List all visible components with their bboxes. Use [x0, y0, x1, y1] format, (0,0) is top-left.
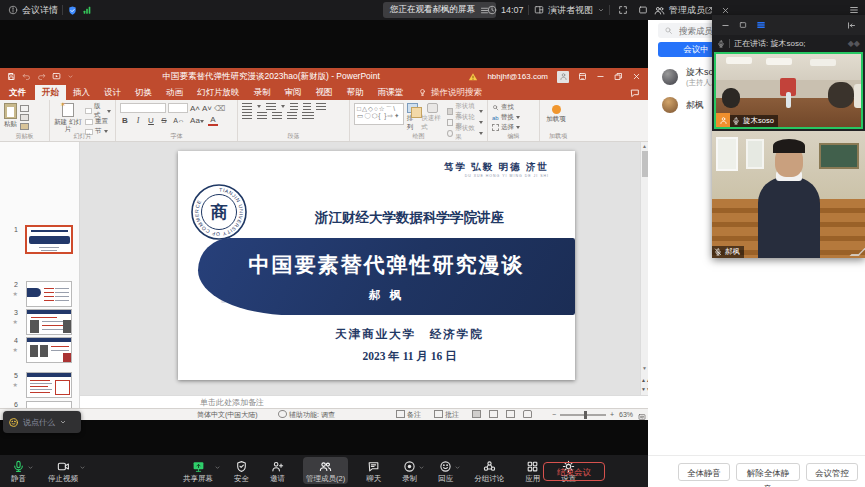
align-right-button[interactable] [272, 112, 282, 119]
stop-video-button[interactable]: 停止视频 [45, 457, 81, 484]
warning-icon[interactable] [469, 73, 477, 80]
reset-button[interactable]: 重置 [85, 117, 111, 126]
change-case-button[interactable]: Aa [189, 116, 205, 125]
comments-toggle[interactable]: 批注 [434, 409, 459, 421]
view-reading-button[interactable] [506, 409, 517, 421]
shrink-font-button[interactable]: A˅ [202, 104, 212, 113]
slide-thumbnail-5[interactable] [26, 372, 72, 398]
slide-thumbnail-2[interactable] [26, 281, 72, 307]
underline-button[interactable]: U [146, 116, 156, 125]
outdent-button[interactable] [290, 103, 298, 110]
notes-toggle[interactable]: 备注 [396, 409, 421, 421]
ribbon-options-icon[interactable] [580, 74, 586, 80]
quick-styles-button[interactable]: 快速样式 [421, 103, 444, 132]
slide-thumbnail-3[interactable] [26, 309, 72, 335]
video-tile-room[interactable]: 旋木soso [714, 52, 863, 129]
fullscreen-icon[interactable] [620, 7, 627, 14]
columns-button[interactable] [302, 112, 314, 119]
bold-button[interactable]: B [120, 116, 130, 125]
account-avatar[interactable] [557, 71, 569, 83]
watching-screen-banner[interactable]: 您正在观看郝枫的屏幕 [383, 2, 496, 18]
record-button[interactable]: 录制 [399, 457, 420, 484]
view-sorter-button[interactable] [489, 409, 500, 421]
undo-icon[interactable] [23, 74, 29, 79]
fit-slide-icon[interactable] [638, 411, 646, 423]
numbering-button[interactable] [266, 103, 276, 110]
font-name-select[interactable] [120, 103, 166, 113]
chevron-up-icon[interactable] [81, 467, 84, 468]
tab-animations[interactable]: 动画 [159, 85, 190, 100]
chevron-up-icon[interactable] [216, 467, 219, 468]
share-screen-button[interactable]: 共享屏幕 [180, 457, 216, 484]
meeting-details[interactable]: 会议详情 [8, 0, 92, 20]
tab-help[interactable]: 帮助 [340, 85, 371, 100]
apps-button[interactable]: 应用 [522, 457, 543, 484]
layout-button[interactable]: 版式 [85, 106, 111, 116]
align-center-button[interactable] [257, 112, 267, 119]
slide-canvas[interactable]: 笃学 弘毅 明德 济世 DU XUE HONG YI MING DE JI SH… [178, 151, 575, 380]
slideshow-icon[interactable] [53, 74, 60, 79]
meeting-control-dropdown[interactable]: 会议管控 ▾ [806, 463, 858, 481]
zoom-in-button[interactable]: + [610, 409, 614, 421]
scroll-up-icon[interactable]: ▲ [641, 143, 648, 149]
tab-record[interactable]: 录制 [247, 85, 278, 100]
tab-insert[interactable]: 插入 [66, 85, 97, 100]
qat-customize-icon[interactable] [69, 76, 72, 77]
align-left-button[interactable] [242, 112, 252, 119]
say-something-placeholder[interactable]: 说点什么 [23, 417, 55, 428]
font-color-button[interactable]: A [208, 115, 218, 126]
tab-slideshow[interactable]: 幻灯片放映 [190, 85, 247, 100]
font-size-select[interactable] [168, 103, 188, 113]
scroll-down-icon[interactable]: ▼ [641, 365, 648, 371]
tab-home[interactable]: 开始 [35, 85, 66, 100]
tab-transitions[interactable]: 切换 [128, 85, 159, 100]
zoom-out-button[interactable]: − [552, 409, 556, 421]
paste-button[interactable]: 粘贴 [4, 103, 17, 132]
security-button[interactable]: 安全 [231, 457, 252, 484]
float-window-icon[interactable] [640, 7, 647, 13]
mute-all-button[interactable]: 全体静音 [678, 463, 730, 481]
language-indicator[interactable]: 简体中文(中国大陆) [197, 409, 258, 421]
ppt-close-icon[interactable] [634, 74, 639, 79]
comments-bubble-icon[interactable] [632, 90, 639, 96]
clear-format-button[interactable]: ⌫ [214, 104, 224, 113]
zoom-slider[interactable] [560, 414, 606, 416]
addins-button[interactable]: 加载项 [544, 103, 568, 132]
select-button[interactable]: 选择 [492, 123, 535, 132]
grow-font-button[interactable]: A˄ [190, 104, 200, 113]
view-slideshow-button[interactable] [523, 409, 534, 421]
find-button[interactable]: 查找 [492, 103, 535, 112]
view-normal-button[interactable] [472, 409, 483, 421]
tab-file[interactable]: 文件 [0, 85, 35, 100]
chevron-up-icon[interactable] [420, 467, 423, 468]
shapes-gallery[interactable]: □△◇○☆⌒\ ▭〇⬡{ }⇨✦ [354, 103, 404, 125]
copy-icon[interactable] [20, 114, 29, 121]
slide-thumbnail-1[interactable] [25, 225, 73, 254]
cut-icon[interactable] [20, 105, 29, 112]
close-members-icon[interactable] [723, 8, 728, 13]
indent-button[interactable] [303, 103, 311, 110]
restore-icon[interactable] [616, 74, 622, 80]
reactions-button[interactable]: 回应 [435, 457, 456, 484]
panel-layout-icon[interactable] [757, 22, 765, 28]
chat-button[interactable]: 聊天 [363, 457, 384, 484]
view-mode-switcher[interactable]: 演讲者视图 [534, 0, 610, 20]
account-email[interactable]: hbhjhf@163.com [487, 72, 548, 81]
panel-collapse-icon[interactable] [849, 22, 855, 27]
arrange-button[interactable]: 排列 [407, 103, 418, 132]
italic-button[interactable]: I [133, 116, 143, 125]
new-slide-button[interactable]: ✶ 新建 幻灯片 [54, 103, 82, 132]
zoom-percent[interactable]: 63% [619, 409, 633, 421]
panel-maximize-icon[interactable] [740, 23, 745, 28]
manage-members-button[interactable]: 管理成员(2) [303, 457, 348, 484]
accessibility-status[interactable]: 辅助功能: 调查 [278, 409, 335, 421]
replace-button[interactable]: ab替换 [492, 113, 535, 122]
redo-icon[interactable] [39, 74, 45, 79]
scrollbar-thumb[interactable] [642, 151, 648, 177]
save-icon[interactable] [9, 74, 14, 80]
justify-button[interactable] [287, 112, 297, 119]
format-painter-icon[interactable] [20, 123, 29, 130]
char-spacing-button[interactable]: A⇔ [172, 117, 186, 124]
emoji-icon[interactable] [10, 418, 18, 426]
line-spacing-button[interactable] [316, 103, 326, 110]
